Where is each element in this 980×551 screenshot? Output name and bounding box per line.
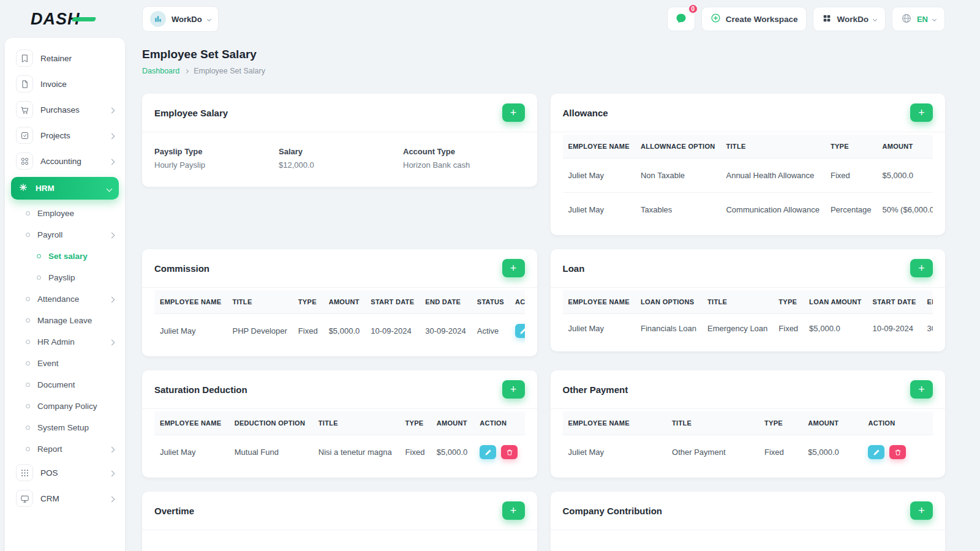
edit-button[interactable] [515,324,525,338]
delete-button[interactable] [501,445,518,459]
sidebar-item-system-setup[interactable]: System Setup [11,417,119,438]
field-label: Payslip Type [154,147,279,156]
plus-icon: + [918,505,925,516]
other-payment-table: EMPLOYEE NAME TITLE TYPE AMOUNT ACTION J… [563,411,933,469]
main-content: Employee Set Salary Dashboard Employee S… [129,38,980,551]
column-header: TYPE [400,411,431,435]
add-commission-button[interactable]: + [502,259,525,277]
plus-icon: + [918,384,925,395]
add-loan-button[interactable]: + [910,259,933,277]
sidebar-item-label: Payslip [48,273,75,282]
sidebar-item-hr-admin[interactable]: HR Admin [11,331,119,353]
table-row: Juliet May Financials Loan Emergency Loa… [563,314,933,343]
sidebar-item-payroll[interactable]: Payroll [11,224,119,246]
field-value: Horizon Bank cash [403,160,470,170]
sidebar-item-label: Set salary [48,252,88,261]
table-header-row: EMPLOYEE NAME DEDUCTION OPTION TITLE TYP… [154,411,525,435]
allowance-card: Allowance + EMPLOYEE NAME ALLOWNACE OPTI… [551,94,946,235]
field-label: Salary [279,147,403,156]
add-saturation-deduction-button[interactable]: + [502,380,525,399]
sidebar-item-projects[interactable]: Projects [11,122,119,148]
create-workspace-label: Create Workspace [726,15,798,24]
sidebar-item-retainer[interactable]: Retainer [11,45,119,71]
add-allowance-button[interactable]: + [910,103,933,122]
field-value: $12,000.0 [279,160,403,170]
cell-end-date: 30-09-2024 [420,314,472,348]
cell-title: Other Payment [666,435,759,470]
commission-card: Commission + EMPLOYEE NAME TITLE TYPE AM… [142,249,537,356]
field-value: Hourly Payslip [154,160,279,170]
cell-amount: 50% ($6,000.0) [876,193,933,227]
left-column: DASH Retainer Invoice Purchases Projects [0,0,129,551]
sidebar-item-purchases[interactable]: Purchases [11,97,119,122]
language-select[interactable]: EN [892,7,945,31]
add-company-contribution-button[interactable]: + [910,501,933,520]
column-header: TITLE [702,290,773,314]
app-logo[interactable]: DASH [0,0,129,38]
sidebar-item-label: Retainer [40,54,72,63]
cell-employee-name: Juliet May [154,314,227,348]
cell-employee-name: Juliet May [563,159,635,193]
cell-deduction-option: Mutual Fund [229,435,313,470]
card-title: Other Payment [563,384,628,395]
loan-card: Loan + EMPLOYEE NAME LOAN OPTIONS TITLE … [551,249,946,351]
plus-icon: + [510,505,517,516]
hrm-flower-icon [18,182,28,194]
messages-button[interactable]: 0 [667,7,695,31]
column-header: START DATE [867,290,922,314]
cell-loan-options: Financials Loan [635,314,702,343]
employee-salary-body: Payslip Type Hourly Payslip Salary $12,0… [142,132,537,187]
plus-icon: + [510,263,517,274]
add-other-payment-button[interactable]: + [910,380,933,399]
workdo-button-label: WorkDo [837,15,869,24]
sidebar-item-accounting[interactable]: Accounting [11,148,119,174]
column-header: AMOUNT [876,135,933,159]
sidebar-item-payslip[interactable]: Payslip [11,267,119,288]
card-header: Allowance + [551,94,946,132]
chevron-right-icon [110,468,114,478]
sidebar-item-employee[interactable]: Employee [11,203,119,224]
create-workspace-button[interactable]: Create Workspace [701,7,807,31]
plus-icon: + [918,107,925,118]
breadcrumb-dashboard-link[interactable]: Dashboard [142,67,179,75]
column-header: EMPLOYEE NAME [563,411,667,435]
cell-title: Nisi a tenetur magna [313,435,400,470]
column-header: TYPE [293,290,323,314]
column-header: ACTION [862,411,933,435]
workdo-menu-button[interactable]: WorkDo [813,7,886,31]
allowance-table: EMPLOYEE NAME ALLOWNACE OPTION TITLE TYP… [563,135,933,227]
sidebar-item-attendance[interactable]: Attendance [11,288,119,310]
column-header: START DATE [365,290,420,314]
sidebar-item-invoice[interactable]: Invoice [11,71,119,97]
sidebar-item-manage-leave[interactable]: Manage Leave [11,310,119,331]
cell-type: Fixed [825,159,877,193]
column-header: EMPLOYEE NAME [563,290,635,314]
sidebar-item-pos[interactable]: POS [11,460,119,485]
column-header: EMPLOYEE NAME [154,290,227,314]
sidebar-item-hrm[interactable]: HRM [11,177,119,200]
add-overtime-button[interactable]: + [502,501,525,520]
cell-allowance-option: Taxables [635,193,721,227]
column-header: LOAN OPTIONS [635,290,702,314]
messenger-icon [675,12,687,26]
sidebar-item-crm[interactable]: CRM [11,485,119,511]
sidebar-item-company-policy[interactable]: Company Policy [11,395,119,417]
table-row: Juliet May Non Taxable Annual Health All… [563,159,933,193]
card-title: Commission [154,263,209,274]
workspace-select[interactable]: WorkDo [142,6,219,32]
sidebar-item-document[interactable]: Document [11,374,119,395]
sidebar-item-set-salary[interactable]: Set salary [11,246,119,267]
company-contribution-body [551,530,946,551]
add-employee-salary-button[interactable]: + [502,103,525,122]
column-header: ACTION [474,411,524,435]
edit-button[interactable] [480,445,496,459]
chevron-right-icon [184,69,189,73]
edit-button[interactable] [868,445,884,459]
commission-table-wrap: EMPLOYEE NAME TITLE TYPE AMOUNT START DA… [154,290,525,348]
sidebar-item-report[interactable]: Report [11,438,119,460]
chevron-down-icon [107,184,111,193]
delete-button[interactable] [889,445,906,459]
card-header: Employee Salary + [142,94,537,132]
sidebar-item-event[interactable]: Event [11,353,119,374]
app-shell: DASH Retainer Invoice Purchases Projects [0,0,980,551]
